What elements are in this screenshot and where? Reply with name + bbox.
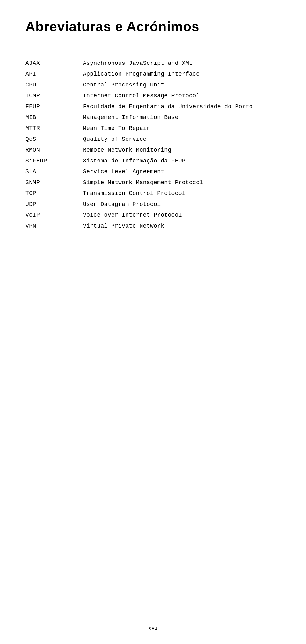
acronym-full-text: Remote Network Monitoring [83, 147, 280, 153]
acronym-abbreviation: VPN [26, 223, 83, 229]
acronym-abbreviation: MTTR [26, 125, 83, 131]
acronym-abbreviation: RMON [26, 147, 83, 153]
acronym-full-text: Internet Control Message Protocol [83, 93, 280, 99]
acronym-full-text: Sistema de Informação da FEUP [83, 158, 280, 164]
list-item: TCPTransmission Control Protocol [26, 190, 280, 197]
list-item: SNMPSimple Network Management Protocol [26, 179, 280, 186]
acronym-abbreviation: ICMP [26, 93, 83, 99]
acronym-abbreviation: AJAX [26, 60, 83, 66]
list-item: VPNVirtual Private Network [26, 223, 280, 229]
acronym-abbreviation: TCP [26, 190, 83, 197]
list-item: UDPUser Datagram Protocol [26, 201, 280, 207]
acronym-full-text: Service Level Agreement [83, 168, 280, 175]
acronym-abbreviation: UDP [26, 201, 83, 207]
list-item: QoSQuality of Service [26, 136, 280, 142]
acronym-abbreviation: SLA [26, 168, 83, 175]
list-item: ICMPInternet Control Message Protocol [26, 93, 280, 99]
acronym-full-text: Simple Network Management Protocol [83, 179, 280, 186]
page-title: Abreviaturas e Acrónimos [26, 19, 280, 34]
acronym-abbreviation: API [26, 71, 83, 77]
list-item: SLAService Level Agreement [26, 168, 280, 175]
acronym-full-text: Central Processing Unit [83, 82, 280, 88]
acronym-abbreviation: VoIP [26, 212, 83, 218]
acronym-full-text: Faculdade de Engenharia da Universidade … [83, 103, 280, 110]
acronym-full-text: Virtual Private Network [83, 223, 280, 229]
acronym-full-text: Mean Time To Repair [83, 125, 280, 131]
list-item: CPUCentral Processing Unit [26, 82, 280, 88]
list-item: FEUPFaculdade de Engenharia da Universid… [26, 103, 280, 110]
acronym-abbreviation: QoS [26, 136, 83, 142]
list-item: MTTRMean Time To Repair [26, 125, 280, 131]
page-footer: xvi [0, 625, 306, 631]
list-item: SiFEUPSistema de Informação da FEUP [26, 158, 280, 164]
acronym-full-text: Management Information Base [83, 114, 280, 121]
acronym-full-text: Transmission Control Protocol [83, 190, 280, 197]
acronym-full-text: Application Programming Interface [83, 71, 280, 77]
acronym-full-text: Asynchronous JavaScript and XML [83, 60, 280, 66]
list-item: AJAXAsynchronous JavaScript and XML [26, 60, 280, 66]
list-item: MIBManagement Information Base [26, 114, 280, 121]
list-item: VoIPVoice over Internet Protocol [26, 212, 280, 218]
acronym-abbreviation: CPU [26, 82, 83, 88]
acronym-full-text: Quality of Service [83, 136, 280, 142]
list-item: RMONRemote Network Monitoring [26, 147, 280, 153]
acronym-abbreviation: MIB [26, 114, 83, 121]
acronym-full-text: User Datagram Protocol [83, 201, 280, 207]
acronym-abbreviation: SNMP [26, 179, 83, 186]
acronym-full-text: Voice over Internet Protocol [83, 212, 280, 218]
acronym-list: AJAXAsynchronous JavaScript and XMLAPIAp… [26, 60, 280, 229]
acronym-abbreviation: FEUP [26, 103, 83, 110]
list-item: APIApplication Programming Interface [26, 71, 280, 77]
acronym-abbreviation: SiFEUP [26, 158, 83, 164]
